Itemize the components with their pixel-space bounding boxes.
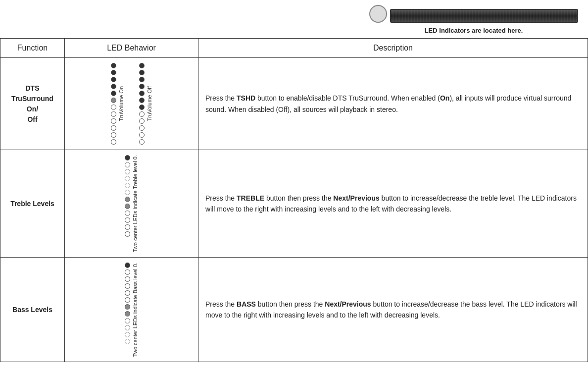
led-dot-bass-0-7	[125, 311, 130, 317]
led-dot-treble-0-7	[125, 204, 130, 209]
function-label-bass: Bass Levels	[7, 305, 57, 315]
led-indicator-diagram: LED Indicators are located here.	[369, 5, 578, 34]
device-bar	[390, 9, 578, 23]
led-dot-dts-0-5	[111, 98, 116, 103]
table-row-dts: DTS TruSurround On/OffTruVolume OnTruVol…	[0, 58, 588, 150]
table-row-treble: Treble LevelsTwo center LEDs indicate Tr…	[0, 150, 588, 258]
led-cell-dts: TruVolume OnTruVolume Off	[65, 58, 198, 150]
function-label-dts: DTS TruSurround On/Off	[7, 83, 57, 125]
led-dot-treble-0-9	[125, 217, 130, 223]
led-dot-dts-1-4	[139, 91, 145, 96]
led-dot-treble-0-4	[125, 183, 130, 188]
led-dot-treble-0-6	[125, 197, 130, 202]
led-dot-dts-0-8	[111, 118, 116, 124]
led-dot-dts-0-9	[111, 125, 116, 131]
desc-text-treble: Press the TREBLE button then press the N…	[205, 193, 581, 215]
led-dots-dts-1	[139, 63, 145, 145]
led-dot-bass-0-1	[125, 269, 130, 275]
led-col-wrapper-dts-0: TruVolume On	[111, 63, 124, 145]
led-dot-treble-0-1	[125, 162, 130, 167]
desc-text-dts: Press the TSHD button to enable/disable …	[205, 93, 581, 115]
main-table: Function LED Behavior Description DTS Tr…	[0, 38, 588, 362]
led-col-label-dts-1: TruVolume Off	[147, 86, 152, 121]
led-dot-dts-1-3	[139, 84, 145, 89]
led-visual-dts: TruVolume OnTruVolume Off	[72, 63, 191, 145]
led-dot-bass-0-4	[125, 290, 130, 296]
led-dot-bass-0-3	[125, 283, 130, 289]
led-dot-treble-0-3	[125, 176, 130, 181]
led-dot-dts-0-6	[111, 105, 116, 110]
led-cell-bass: Two center LEDs indicate Bass level 0.	[65, 258, 198, 362]
led-dot-dts-0-11	[111, 139, 116, 145]
device-bar-container	[369, 5, 578, 23]
led-dot-dts-1-10	[139, 132, 145, 138]
function-label-treble: Treble Levels	[7, 199, 57, 209]
led-dot-dts-1-6	[139, 105, 145, 110]
led-location-label: LED Indicators are located here.	[425, 27, 523, 34]
led-dot-dts-0-1	[111, 70, 116, 75]
led-dot-bass-0-6	[125, 304, 130, 310]
led-col-label-treble-0: Two center LEDs indicate Treble level 0.	[132, 155, 138, 252]
led-dot-dts-0-10	[111, 132, 116, 138]
led-col-wrapper-treble-0: Two center LEDs indicate Treble level 0.	[125, 155, 138, 252]
led-dot-treble-0-8	[125, 211, 130, 216]
led-dot-dts-1-1	[139, 70, 145, 75]
led-dot-bass-0-5	[125, 297, 130, 303]
led-dots-bass-0	[125, 263, 130, 344]
led-dot-bass-0-9	[125, 325, 130, 330]
led-col-wrapper-dts-1: TruVolume Off	[139, 63, 152, 145]
top-area: LED Indicators are located here.	[0, 0, 588, 38]
led-dot-dts-0-2	[111, 77, 116, 82]
led-dot-dts-0-0	[111, 63, 116, 68]
led-dots-treble-0	[125, 155, 130, 237]
led-col-label-bass-0: Two center LEDs indicate Bass level 0.	[132, 263, 138, 357]
led-dot-dts-1-11	[139, 139, 145, 145]
led-dot-dts-0-7	[111, 111, 116, 117]
function-cell-bass: Bass Levels	[0, 258, 65, 362]
led-cell-treble: Two center LEDs indicate Treble level 0.	[65, 150, 198, 258]
circle-indicator	[369, 5, 387, 23]
header-led: LED Behavior	[65, 39, 198, 58]
led-col-wrapper-bass-0: Two center LEDs indicate Bass level 0.	[125, 263, 138, 357]
led-dot-treble-0-2	[125, 169, 130, 174]
function-cell-treble: Treble Levels	[0, 150, 65, 258]
led-dot-dts-0-3	[111, 84, 116, 89]
led-dot-dts-1-2	[139, 77, 145, 82]
device-bar-texture	[391, 10, 577, 22]
led-dot-treble-0-10	[125, 224, 130, 230]
led-visual-bass: Two center LEDs indicate Bass level 0.	[72, 263, 191, 357]
led-dot-bass-0-0	[125, 263, 130, 268]
led-dot-dts-1-8	[139, 118, 145, 124]
led-dots-dts-0	[111, 63, 116, 145]
led-dot-bass-0-10	[125, 332, 130, 337]
led-col-label-dts-0: TruVolume On	[118, 86, 124, 121]
led-dot-dts-1-9	[139, 125, 145, 131]
led-dot-dts-1-0	[139, 63, 145, 68]
desc-text-bass: Press the BASS button then press the Nex…	[205, 299, 581, 321]
desc-cell-dts: Press the TSHD button to enable/disable …	[198, 58, 588, 150]
desc-cell-bass: Press the BASS button then press the Nex…	[198, 258, 588, 362]
function-cell-dts: DTS TruSurround On/Off	[0, 58, 65, 150]
led-dot-treble-0-11	[125, 231, 130, 237]
header-description: Description	[198, 39, 588, 58]
led-dot-treble-0-5	[125, 190, 130, 195]
led-dot-dts-1-7	[139, 111, 145, 117]
desc-cell-treble: Press the TREBLE button then press the N…	[198, 150, 588, 258]
led-dot-dts-1-5	[139, 98, 145, 103]
led-dot-treble-0-0	[125, 155, 130, 160]
led-dot-bass-0-2	[125, 276, 130, 282]
led-dot-bass-0-8	[125, 318, 130, 323]
led-dot-dts-0-4	[111, 91, 116, 96]
header-function: Function	[0, 39, 65, 58]
table-row-bass: Bass LevelsTwo center LEDs indicate Bass…	[0, 258, 588, 362]
led-dot-bass-0-11	[125, 339, 130, 344]
led-visual-treble: Two center LEDs indicate Treble level 0.	[72, 155, 191, 252]
